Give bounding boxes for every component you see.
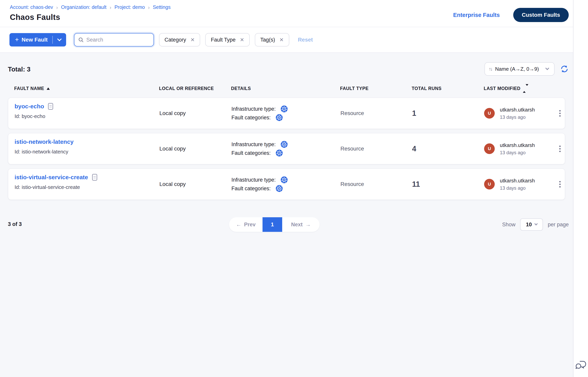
toolbar: + New Fault Category ✕ Fau (0, 27, 573, 53)
fault-type-cell: Resource (340, 110, 412, 117)
total-runs-cell: 1 (412, 109, 484, 118)
arrow-right-icon: → (305, 222, 311, 228)
sort-both-icon (523, 86, 528, 91)
fault-link[interactable]: istio-network-latency (15, 139, 74, 145)
row-menu-button[interactable] (559, 146, 563, 152)
fault-id: Id: istio-network-latency (15, 149, 159, 155)
column-last-modified[interactable]: LAST MODIFIED (484, 86, 559, 91)
fault-type-cell: Resource (340, 146, 412, 152)
local-or-reference-cell: Local copy (159, 181, 231, 187)
chevron-down-icon (545, 66, 549, 70)
page-header: Account: chaos-dev › Organization: defau… (0, 0, 573, 27)
pager: ← Prev 1 Next → (229, 217, 320, 232)
avatar: U (484, 179, 495, 189)
support-chat-button[interactable] (575, 360, 587, 371)
breadcrumb-settings[interactable]: Settings (153, 4, 171, 10)
chevron-right-icon: › (110, 5, 111, 10)
fault-name-cell: istio-network-latency Id: istio-network-… (15, 133, 159, 155)
new-fault-dropdown-button[interactable] (53, 33, 66, 47)
page-size-dropdown[interactable]: 10 (520, 218, 543, 231)
filter-chip-label: Tag(s) (260, 37, 275, 43)
search-icon (78, 37, 84, 43)
breadcrumb-account[interactable]: Account: chaos-dev (10, 4, 53, 10)
total-count: Total: 3 (8, 66, 31, 73)
next-page-button[interactable]: Next → (282, 217, 320, 232)
modified-by: utkarsh.utkarsh (500, 107, 535, 113)
content-area: Total: 3 ↑↓ Name (A→Z, 0→9) (0, 53, 573, 377)
table-row[interactable]: byoc-echo Id: byoc-echo Local copy Infra… (8, 97, 565, 129)
arrow-left-icon: ← (236, 222, 241, 228)
sort-controls: ↑↓ Name (A→Z, 0→9) (485, 62, 569, 76)
table-row[interactable]: istio-virtual-service-create Id: istio-v… (8, 168, 565, 200)
local-or-reference-cell: Local copy (159, 146, 231, 152)
chevron-right-icon: › (56, 5, 58, 10)
new-fault-button[interactable]: + New Fault (10, 36, 52, 44)
close-icon[interactable]: ✕ (240, 37, 244, 42)
breadcrumb-project[interactable]: Project: demo (114, 4, 145, 10)
custom-faults-button[interactable]: Custom Faults (513, 8, 569, 22)
manifest-icon[interactable] (92, 174, 97, 181)
column-fault-type: FAULT TYPE (340, 86, 412, 91)
pagination-row: 3 of 3 ← Prev 1 Next → Show 10 (0, 217, 573, 232)
filter-chip-tags[interactable]: Tag(s) ✕ (255, 33, 289, 47)
modified-time: 13 days ago (500, 185, 535, 191)
reset-filters-button[interactable]: Reset (298, 37, 313, 43)
fault-list: byoc-echo Id: byoc-echo Local copy Infra… (8, 97, 565, 200)
row-menu-button[interactable] (559, 110, 563, 117)
kubernetes-icon (275, 185, 283, 192)
modified-time: 13 days ago (500, 150, 535, 155)
filter-chip-label: Category (165, 37, 186, 43)
total-runs-cell: 11 (412, 180, 484, 188)
last-modified-cell: U utkarsh.utkarsh 13 days ago (484, 107, 559, 120)
page-1-button[interactable]: 1 (262, 217, 282, 232)
search-input[interactable] (86, 37, 149, 43)
manifest-icon[interactable] (48, 103, 53, 110)
column-fault-name[interactable]: FAULT NAME (14, 86, 159, 91)
sort-direction-icon: ↑↓ (489, 66, 492, 72)
fault-id: Id: istio-virtual-service-create (15, 184, 159, 190)
breadcrumb-organization[interactable]: Organization: default (61, 4, 106, 10)
modified-time: 13 days ago (500, 114, 535, 120)
new-fault-split-button: + New Fault (10, 33, 66, 47)
last-modified-cell: U utkarsh.utkarsh 13 days ago (484, 178, 559, 191)
header-actions: Enterprise Faults Custom Faults (453, 8, 569, 22)
fault-type-cell: Resource (340, 181, 412, 187)
modified-by: utkarsh.utkarsh (500, 178, 535, 184)
details-cell: Infrastructure type: Fault categories: (231, 105, 340, 122)
kubernetes-icon (280, 176, 288, 184)
plus-icon: + (15, 36, 19, 44)
pagination-range: 3 of 3 (8, 221, 22, 227)
table-row[interactable]: istio-network-latency Id: istio-network-… (8, 133, 565, 165)
sort-dropdown[interactable]: ↑↓ Name (A→Z, 0→9) (485, 62, 554, 76)
kubernetes-icon (280, 141, 288, 148)
table-header-row: FAULT NAME LOCAL OR REFERENCE DETAILS FA… (8, 86, 565, 91)
filter-chip-label: Fault Type (211, 37, 236, 43)
chevron-right-icon: › (148, 5, 150, 10)
column-details: DETAILS (231, 86, 340, 91)
prev-page-button[interactable]: ← Prev (229, 217, 262, 232)
fault-link[interactable]: byoc-echo (15, 103, 44, 110)
close-icon[interactable]: ✕ (191, 37, 195, 42)
search-box (74, 33, 154, 47)
close-icon[interactable]: ✕ (279, 37, 284, 42)
per-page-label: per page (548, 222, 569, 228)
refresh-button[interactable] (560, 65, 569, 73)
row-menu-button[interactable] (559, 181, 563, 188)
list-summary-row: Total: 3 ↑↓ Name (A→Z, 0→9) (8, 62, 565, 76)
details-cell: Infrastructure type: Fault categories: (231, 140, 340, 157)
sort-asc-icon (47, 87, 50, 90)
total-runs-cell: 4 (412, 145, 484, 153)
chevron-down-icon (57, 37, 62, 41)
filter-chip-category[interactable]: Category ✕ (159, 33, 200, 47)
fault-link[interactable]: istio-virtual-service-create (15, 174, 88, 181)
column-local-or-reference: LOCAL OR REFERENCE (159, 86, 231, 91)
avatar: U (484, 108, 495, 118)
page-size-controls: Show 10 per page (502, 218, 569, 231)
modified-by: utkarsh.utkarsh (500, 142, 535, 148)
last-modified-cell: U utkarsh.utkarsh 13 days ago (484, 142, 559, 155)
fault-name-cell: istio-virtual-service-create Id: istio-v… (15, 169, 159, 190)
local-or-reference-cell: Local copy (159, 110, 231, 117)
enterprise-faults-link[interactable]: Enterprise Faults (453, 12, 500, 18)
fault-name-cell: byoc-echo Id: byoc-echo (15, 98, 159, 119)
filter-chip-fault-type[interactable]: Fault Type ✕ (205, 33, 249, 47)
